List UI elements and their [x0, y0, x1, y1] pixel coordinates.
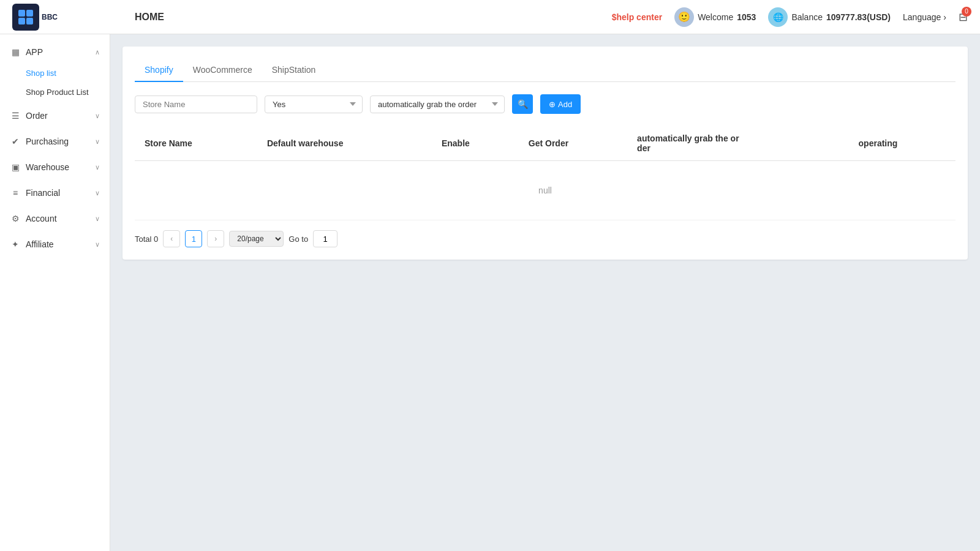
chevron-right-icon: › — [943, 12, 946, 22]
sidebar-item-affiliate[interactable]: ✦ Affiliate ∨ — [0, 233, 110, 256]
chevron-down-icon-financial: ∨ — [95, 189, 100, 197]
sidebar-item-shop-list[interactable]: Shop list — [26, 64, 110, 83]
sidebar-label-financial: Financial — [26, 188, 60, 198]
sidebar-label-account: Account — [26, 214, 57, 223]
col-default-warehouse: Default warehouse — [257, 126, 432, 161]
user-id: 1053 — [737, 12, 756, 22]
warehouse-icon: ▣ — [10, 162, 21, 173]
language-label: Language — [903, 12, 941, 22]
search-icon: 🔍 — [518, 99, 528, 109]
balance-avatar: 🌐 — [768, 7, 788, 27]
logo-section: BBC — [12, 4, 123, 31]
page-size-select[interactable]: 20/page 50/page 100/page — [229, 231, 284, 247]
tab-woocommerce[interactable]: WooCommerce — [183, 59, 262, 82]
pagination: Total 0 ‹ 1 › 20/page 50/page 100/page G… — [135, 230, 956, 247]
next-page-button[interactable]: › — [207, 230, 224, 247]
svg-rect-2 — [18, 18, 25, 24]
enable-select-wrapper: Yes No — [265, 96, 363, 113]
main-layout: ▦ APP ∧ Shop list Shop Product List ☰ Or… — [0, 34, 980, 551]
sidebar-section-warehouse: ▣ Warehouse ∨ — [0, 156, 110, 179]
balance-label: Balance — [791, 12, 823, 22]
chevron-down-icon: ∨ — [95, 112, 100, 120]
chevron-down-icon-affiliate: ∨ — [95, 241, 100, 249]
welcome-label: Welcome — [698, 12, 733, 22]
tab-shipstation[interactable]: ShipStation — [262, 59, 326, 82]
account-icon: ⚙ — [10, 213, 21, 224]
sidebar-section-financial: ≡ Financial ∨ — [0, 181, 110, 204]
sidebar-item-order[interactable]: ☰ Order ∨ — [0, 104, 110, 127]
enable-select[interactable]: Yes No — [265, 96, 363, 113]
sidebar-label-warehouse: Warehouse — [26, 162, 69, 172]
filter-row: Yes No automatically grab the order manu… — [135, 94, 956, 114]
financial-icon: ≡ — [10, 187, 21, 198]
chevron-down-icon-warehouse: ∨ — [95, 163, 100, 171]
grab-order-select[interactable]: automatically grab the order manually — [370, 96, 505, 113]
sidebar-item-account[interactable]: ⚙ Account ∨ — [0, 207, 110, 230]
chevron-down-icon-purchasing: ∨ — [95, 138, 100, 146]
tab-shopify[interactable]: Shopify — [135, 59, 183, 82]
svg-rect-0 — [18, 10, 25, 17]
sidebar-label-order: Order — [26, 111, 48, 121]
purchasing-icon: ✔ — [10, 136, 21, 147]
sidebar-section-affiliate: ✦ Affiliate ∨ — [0, 233, 110, 256]
sidebar-sub-app: Shop list Shop Product List — [0, 64, 110, 102]
header: BBC HOME $help center 🙂 Welcome 1053 🌐 B… — [0, 0, 980, 34]
sidebar-label-app: APP — [26, 47, 43, 57]
sidebar-section-order: ☰ Order ∨ — [0, 104, 110, 127]
total-count: 0 — [154, 234, 158, 244]
language-button[interactable]: Language › — [903, 12, 946, 22]
notification-button[interactable]: ⊟ 0 — [959, 10, 968, 24]
grab-order-select-wrapper: automatically grab the order manually — [370, 96, 505, 113]
sidebar-section-account: ⚙ Account ∨ — [0, 207, 110, 230]
table-header-row: Store Name Default warehouse Enable Get … — [135, 126, 956, 161]
sidebar-item-purchasing[interactable]: ✔ Purchasing ∨ — [0, 130, 110, 153]
notification-badge: 0 — [962, 7, 971, 17]
chevron-up-icon: ∧ — [95, 48, 100, 56]
shop-table: Store Name Default warehouse Enable Get … — [135, 126, 956, 220]
balance-amount: 109777.83(USD) — [826, 12, 891, 22]
sidebar-section-app: ▦ APP ∧ Shop list Shop Product List — [0, 40, 110, 102]
help-center-link[interactable]: $help center — [612, 12, 662, 22]
empty-row: null — [135, 161, 956, 220]
total-info: Total 0 — [135, 234, 158, 244]
col-operating: operating — [849, 126, 956, 161]
sidebar-section-purchasing: ✔ Purchasing ∨ — [0, 130, 110, 153]
balance-info: 🌐 Balance 109777.83(USD) — [768, 7, 891, 27]
affiliate-icon: ✦ — [10, 239, 21, 250]
col-auto-grab: automatically grab the order — [627, 126, 848, 161]
header-actions: $help center 🙂 Welcome 1053 🌐 Balance 10… — [612, 7, 968, 27]
goto-input[interactable] — [313, 230, 337, 247]
goto-label: Go to — [288, 234, 308, 244]
user-info: 🙂 Welcome 1053 — [674, 7, 756, 27]
logo — [12, 4, 39, 31]
chevron-down-icon-account: ∨ — [95, 215, 100, 223]
platform-tabs: Shopify WooCommerce ShipStation — [135, 59, 956, 82]
col-get-order: Get Order — [519, 126, 627, 161]
sidebar-item-warehouse[interactable]: ▣ Warehouse ∨ — [0, 156, 110, 179]
sidebar-label-affiliate: Affiliate — [26, 239, 54, 249]
sidebar-item-shop-product-list[interactable]: Shop Product List — [26, 83, 110, 102]
add-label: Add — [558, 100, 572, 109]
data-table: Store Name Default warehouse Enable Get … — [135, 126, 956, 220]
store-name-input[interactable] — [135, 96, 257, 113]
col-enable: Enable — [432, 126, 519, 161]
sidebar-item-financial[interactable]: ≡ Financial ∨ — [0, 181, 110, 204]
user-avatar: 🙂 — [674, 7, 694, 27]
current-page: 1 — [185, 230, 202, 247]
plus-icon: ⊕ — [549, 100, 556, 109]
shop-list-card: Shopify WooCommerce ShipStation Yes No a… — [123, 47, 968, 260]
prev-page-button[interactable]: ‹ — [163, 230, 180, 247]
search-button[interactable]: 🔍 — [512, 94, 533, 114]
main-content: Shopify WooCommerce ShipStation Yes No a… — [110, 34, 980, 551]
total-label: Total — [135, 234, 154, 244]
order-icon: ☰ — [10, 110, 21, 121]
sidebar-label-purchasing: Purchasing — [26, 137, 69, 146]
svg-rect-3 — [26, 18, 33, 24]
svg-rect-1 — [26, 10, 33, 17]
page-title: HOME — [135, 12, 612, 23]
empty-text: null — [135, 161, 956, 220]
app-icon: ▦ — [10, 47, 21, 58]
add-button[interactable]: ⊕ Add — [540, 94, 581, 114]
sidebar: ▦ APP ∧ Shop list Shop Product List ☰ Or… — [0, 34, 110, 551]
sidebar-item-app[interactable]: ▦ APP ∧ — [0, 40, 110, 64]
